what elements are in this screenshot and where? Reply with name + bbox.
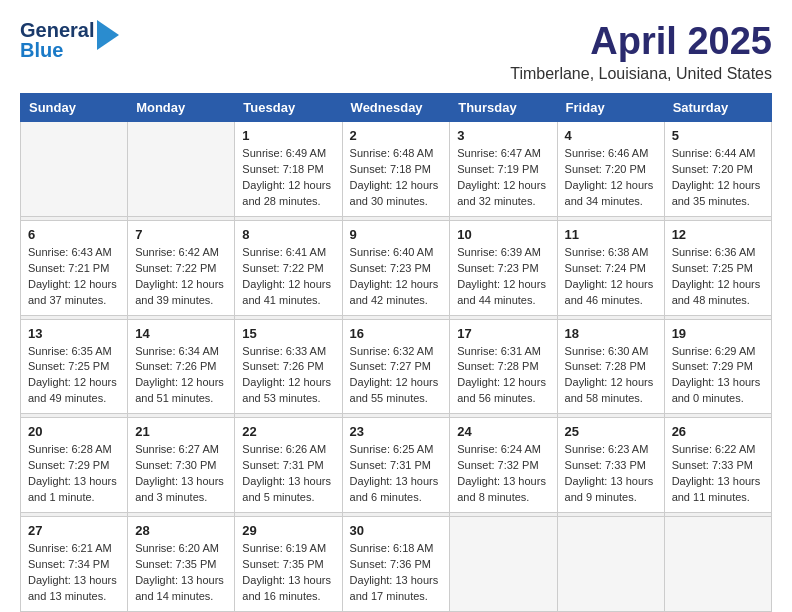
calendar-day-cell: 28Sunrise: 6:20 AM Sunset: 7:35 PM Dayli… (128, 517, 235, 612)
day-number: 12 (672, 227, 764, 242)
logo-triangle-icon (97, 20, 119, 54)
calendar-day-cell: 27Sunrise: 6:21 AM Sunset: 7:34 PM Dayli… (21, 517, 128, 612)
day-info: Sunrise: 6:48 AM Sunset: 7:18 PM Dayligh… (350, 146, 443, 210)
day-info: Sunrise: 6:27 AM Sunset: 7:30 PM Dayligh… (135, 442, 227, 506)
svg-marker-0 (97, 20, 119, 50)
page-subtitle: Timberlane, Louisiana, United States (510, 65, 772, 83)
calendar-day-cell: 20Sunrise: 6:28 AM Sunset: 7:29 PM Dayli… (21, 418, 128, 513)
day-number: 19 (672, 326, 764, 341)
day-info: Sunrise: 6:31 AM Sunset: 7:28 PM Dayligh… (457, 344, 549, 408)
calendar-day-cell: 29Sunrise: 6:19 AM Sunset: 7:35 PM Dayli… (235, 517, 342, 612)
day-number: 3 (457, 128, 549, 143)
day-number: 9 (350, 227, 443, 242)
day-number: 2 (350, 128, 443, 143)
day-info: Sunrise: 6:34 AM Sunset: 7:26 PM Dayligh… (135, 344, 227, 408)
calendar-week-row: 6Sunrise: 6:43 AM Sunset: 7:21 PM Daylig… (21, 220, 772, 315)
page-title: April 2025 (510, 20, 772, 63)
day-number: 25 (565, 424, 657, 439)
calendar-day-cell: 1Sunrise: 6:49 AM Sunset: 7:18 PM Daylig… (235, 122, 342, 217)
day-info: Sunrise: 6:24 AM Sunset: 7:32 PM Dayligh… (457, 442, 549, 506)
day-info: Sunrise: 6:49 AM Sunset: 7:18 PM Dayligh… (242, 146, 334, 210)
day-info: Sunrise: 6:35 AM Sunset: 7:25 PM Dayligh… (28, 344, 120, 408)
calendar-table: SundayMondayTuesdayWednesdayThursdayFrid… (20, 93, 772, 612)
day-info: Sunrise: 6:25 AM Sunset: 7:31 PM Dayligh… (350, 442, 443, 506)
calendar-day-cell: 7Sunrise: 6:42 AM Sunset: 7:22 PM Daylig… (128, 220, 235, 315)
calendar-weekday-header: Monday (128, 94, 235, 122)
day-number: 28 (135, 523, 227, 538)
calendar-day-cell: 4Sunrise: 6:46 AM Sunset: 7:20 PM Daylig… (557, 122, 664, 217)
day-number: 29 (242, 523, 334, 538)
logo-general-text: General (20, 20, 94, 40)
logo-text: General Blue (20, 20, 94, 60)
day-info: Sunrise: 6:33 AM Sunset: 7:26 PM Dayligh… (242, 344, 334, 408)
calendar-day-cell: 23Sunrise: 6:25 AM Sunset: 7:31 PM Dayli… (342, 418, 450, 513)
calendar-day-cell: 18Sunrise: 6:30 AM Sunset: 7:28 PM Dayli… (557, 319, 664, 414)
calendar-day-cell (557, 517, 664, 612)
day-number: 20 (28, 424, 120, 439)
calendar-day-cell: 26Sunrise: 6:22 AM Sunset: 7:33 PM Dayli… (664, 418, 771, 513)
day-info: Sunrise: 6:39 AM Sunset: 7:23 PM Dayligh… (457, 245, 549, 309)
day-info: Sunrise: 6:47 AM Sunset: 7:19 PM Dayligh… (457, 146, 549, 210)
calendar-header-row: SundayMondayTuesdayWednesdayThursdayFrid… (21, 94, 772, 122)
calendar-week-row: 27Sunrise: 6:21 AM Sunset: 7:34 PM Dayli… (21, 517, 772, 612)
day-info: Sunrise: 6:20 AM Sunset: 7:35 PM Dayligh… (135, 541, 227, 605)
calendar-weekday-header: Friday (557, 94, 664, 122)
calendar-day-cell: 10Sunrise: 6:39 AM Sunset: 7:23 PM Dayli… (450, 220, 557, 315)
calendar-day-cell: 6Sunrise: 6:43 AM Sunset: 7:21 PM Daylig… (21, 220, 128, 315)
day-info: Sunrise: 6:42 AM Sunset: 7:22 PM Dayligh… (135, 245, 227, 309)
day-number: 17 (457, 326, 549, 341)
calendar-day-cell (128, 122, 235, 217)
day-number: 22 (242, 424, 334, 439)
calendar-day-cell: 8Sunrise: 6:41 AM Sunset: 7:22 PM Daylig… (235, 220, 342, 315)
day-info: Sunrise: 6:44 AM Sunset: 7:20 PM Dayligh… (672, 146, 764, 210)
logo-blue-text: Blue (20, 40, 94, 60)
calendar-day-cell: 3Sunrise: 6:47 AM Sunset: 7:19 PM Daylig… (450, 122, 557, 217)
day-number: 7 (135, 227, 227, 242)
day-number: 24 (457, 424, 549, 439)
calendar-day-cell: 25Sunrise: 6:23 AM Sunset: 7:33 PM Dayli… (557, 418, 664, 513)
day-number: 27 (28, 523, 120, 538)
calendar-day-cell: 30Sunrise: 6:18 AM Sunset: 7:36 PM Dayli… (342, 517, 450, 612)
calendar-day-cell: 2Sunrise: 6:48 AM Sunset: 7:18 PM Daylig… (342, 122, 450, 217)
calendar-day-cell: 19Sunrise: 6:29 AM Sunset: 7:29 PM Dayli… (664, 319, 771, 414)
calendar-weekday-header: Tuesday (235, 94, 342, 122)
calendar-weekday-header: Sunday (21, 94, 128, 122)
day-info: Sunrise: 6:32 AM Sunset: 7:27 PM Dayligh… (350, 344, 443, 408)
calendar-day-cell: 16Sunrise: 6:32 AM Sunset: 7:27 PM Dayli… (342, 319, 450, 414)
calendar-day-cell: 9Sunrise: 6:40 AM Sunset: 7:23 PM Daylig… (342, 220, 450, 315)
day-info: Sunrise: 6:28 AM Sunset: 7:29 PM Dayligh… (28, 442, 120, 506)
calendar-weekday-header: Wednesday (342, 94, 450, 122)
day-info: Sunrise: 6:22 AM Sunset: 7:33 PM Dayligh… (672, 442, 764, 506)
day-number: 6 (28, 227, 120, 242)
day-info: Sunrise: 6:40 AM Sunset: 7:23 PM Dayligh… (350, 245, 443, 309)
calendar-weekday-header: Saturday (664, 94, 771, 122)
calendar-day-cell (21, 122, 128, 217)
day-info: Sunrise: 6:30 AM Sunset: 7:28 PM Dayligh… (565, 344, 657, 408)
calendar-day-cell: 15Sunrise: 6:33 AM Sunset: 7:26 PM Dayli… (235, 319, 342, 414)
calendar-weekday-header: Thursday (450, 94, 557, 122)
day-info: Sunrise: 6:26 AM Sunset: 7:31 PM Dayligh… (242, 442, 334, 506)
day-number: 4 (565, 128, 657, 143)
day-number: 16 (350, 326, 443, 341)
day-number: 18 (565, 326, 657, 341)
calendar-week-row: 1Sunrise: 6:49 AM Sunset: 7:18 PM Daylig… (21, 122, 772, 217)
day-info: Sunrise: 6:19 AM Sunset: 7:35 PM Dayligh… (242, 541, 334, 605)
day-info: Sunrise: 6:36 AM Sunset: 7:25 PM Dayligh… (672, 245, 764, 309)
day-number: 8 (242, 227, 334, 242)
calendar-week-row: 13Sunrise: 6:35 AM Sunset: 7:25 PM Dayli… (21, 319, 772, 414)
day-number: 14 (135, 326, 227, 341)
day-number: 26 (672, 424, 764, 439)
calendar-day-cell: 5Sunrise: 6:44 AM Sunset: 7:20 PM Daylig… (664, 122, 771, 217)
day-info: Sunrise: 6:38 AM Sunset: 7:24 PM Dayligh… (565, 245, 657, 309)
calendar-day-cell: 17Sunrise: 6:31 AM Sunset: 7:28 PM Dayli… (450, 319, 557, 414)
calendar-day-cell (664, 517, 771, 612)
day-info: Sunrise: 6:46 AM Sunset: 7:20 PM Dayligh… (565, 146, 657, 210)
calendar-day-cell: 12Sunrise: 6:36 AM Sunset: 7:25 PM Dayli… (664, 220, 771, 315)
day-info: Sunrise: 6:43 AM Sunset: 7:21 PM Dayligh… (28, 245, 120, 309)
day-number: 10 (457, 227, 549, 242)
day-info: Sunrise: 6:29 AM Sunset: 7:29 PM Dayligh… (672, 344, 764, 408)
calendar-day-cell: 11Sunrise: 6:38 AM Sunset: 7:24 PM Dayli… (557, 220, 664, 315)
day-number: 15 (242, 326, 334, 341)
title-area: April 2025 Timberlane, Louisiana, United… (510, 20, 772, 83)
day-number: 1 (242, 128, 334, 143)
